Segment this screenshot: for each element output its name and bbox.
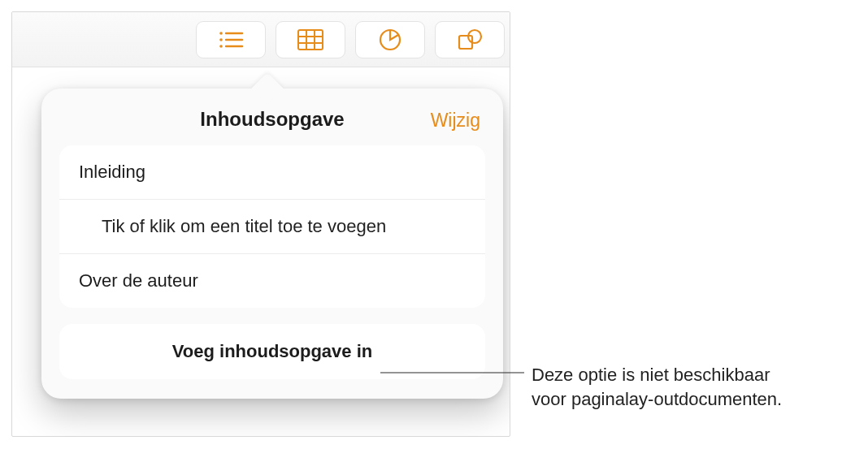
table-button[interactable]	[276, 21, 345, 58]
toc-list: Inleiding Tik of klik om een titel toe t…	[59, 145, 485, 308]
app-window: Inhoudsopgave Wijzig Inleiding Tik of kl…	[11, 11, 510, 437]
callout-text: Deze optie is niet beschikbaar voor pagi…	[532, 363, 857, 411]
svg-point-2	[219, 38, 223, 41]
toc-view-button[interactable]	[196, 21, 266, 58]
chart-button[interactable]	[355, 21, 425, 58]
toc-popover: Inhoudsopgave Wijzig Inleiding Tik of kl…	[41, 89, 503, 399]
chart-icon	[378, 28, 402, 52]
shape-button[interactable]	[435, 21, 505, 58]
callout-line-1: Deze optie is niet beschikbaar	[532, 365, 770, 385]
table-icon	[297, 29, 323, 50]
toolbar	[12, 12, 510, 67]
popover-header: Inhoudsopgave Wijzig	[59, 108, 485, 131]
callout-line-2: voor paginalay-outdocumenten.	[532, 389, 782, 409]
toc-item-placeholder[interactable]: Tik of klik om een titel toe te voegen	[59, 200, 485, 254]
shape-icon	[457, 28, 483, 52]
svg-point-0	[219, 32, 223, 35]
insert-toc-button[interactable]: Voeg inhoudsopgave in	[59, 324, 485, 379]
toc-item-over-auteur[interactable]: Over de auteur	[59, 254, 485, 308]
edit-button[interactable]: Wijzig	[431, 110, 480, 132]
toc-view-icon	[218, 30, 244, 50]
popover-title: Inhoudsopgave	[200, 108, 344, 130]
svg-rect-6	[298, 30, 323, 50]
toc-item-inleiding[interactable]: Inleiding	[59, 145, 485, 200]
svg-point-4	[219, 45, 223, 48]
